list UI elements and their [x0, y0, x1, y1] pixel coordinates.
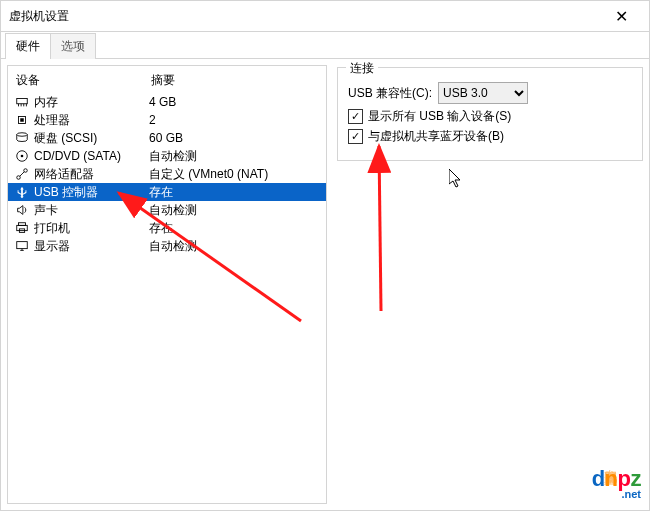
svg-point-7: [17, 133, 28, 137]
svg-rect-16: [17, 242, 28, 249]
share-bluetooth-label: 与虚拟机共享蓝牙设备(B): [368, 128, 504, 145]
svg-line-12: [20, 172, 24, 176]
cpu-icon: [14, 112, 30, 128]
device-row[interactable]: 硬盘 (SCSI)60 GB: [8, 129, 326, 147]
close-icon: ✕: [615, 7, 628, 26]
show-all-usb-label: 显示所有 USB 输入设备(S): [368, 108, 511, 125]
device-summary: 自动检测: [149, 202, 320, 219]
device-label: 打印机: [34, 220, 149, 237]
disk-icon: [14, 130, 30, 146]
device-label: 硬盘 (SCSI): [34, 130, 149, 147]
device-row[interactable]: 网络适配器自定义 (VMnet0 (NAT): [8, 165, 326, 183]
svg-rect-6: [20, 118, 24, 122]
device-summary: 自动检测: [149, 238, 320, 255]
tab-hardware[interactable]: 硬件: [5, 33, 51, 59]
device-summary: 2: [149, 113, 320, 127]
device-row[interactable]: 处理器2: [8, 111, 326, 129]
svg-point-9: [21, 155, 24, 158]
device-summary: 自定义 (VMnet0 (NAT): [149, 166, 320, 183]
device-summary: 自动检测: [149, 148, 320, 165]
device-list-panel: 设备 摘要 内存4 GB处理器2硬盘 (SCSI)60 GBCD/DVD (SA…: [7, 65, 327, 504]
titlebar: 虚拟机设置 ✕: [1, 1, 649, 32]
window-title: 虚拟机设置: [9, 8, 69, 25]
disc-icon: [14, 148, 30, 164]
tab-options[interactable]: 选项: [50, 33, 96, 59]
tabbar: 硬件 选项: [1, 32, 649, 59]
device-summary: 存在: [149, 220, 320, 237]
device-label: 声卡: [34, 202, 149, 219]
usb-compat-label: USB 兼容性(C):: [348, 85, 432, 102]
device-summary: 60 GB: [149, 131, 320, 145]
column-summary: 摘要: [151, 72, 318, 89]
device-summary: 4 GB: [149, 95, 320, 109]
content-area: 设备 摘要 内存4 GB处理器2硬盘 (SCSI)60 GBCD/DVD (SA…: [1, 59, 649, 510]
checkbox-checked-icon: ✓: [348, 129, 363, 144]
svg-rect-0: [17, 99, 28, 104]
device-row[interactable]: 显示器自动检测: [8, 237, 326, 255]
show-all-usb-checkbox[interactable]: ✓ 显示所有 USB 输入设备(S): [348, 108, 632, 125]
device-row[interactable]: CD/DVD (SATA)自动检测: [8, 147, 326, 165]
memory-icon: [14, 94, 30, 110]
share-bluetooth-checkbox[interactable]: ✓ 与虚拟机共享蓝牙设备(B): [348, 128, 632, 145]
device-label: 显示器: [34, 238, 149, 255]
device-label: 处理器: [34, 112, 149, 129]
svg-point-11: [24, 169, 28, 173]
close-button[interactable]: ✕: [601, 2, 641, 30]
device-label: 内存: [34, 94, 149, 111]
usb-compat-select[interactable]: USB 3.0: [438, 82, 528, 104]
network-icon: [14, 166, 30, 182]
tab-hardware-label: 硬件: [16, 39, 40, 53]
display-icon: [14, 238, 30, 254]
connection-group-title: 连接: [346, 60, 378, 77]
device-row[interactable]: 声卡自动检测: [8, 201, 326, 219]
device-label: 网络适配器: [34, 166, 149, 183]
sound-icon: [14, 202, 30, 218]
vm-settings-window: 虚拟机设置 ✕ 硬件 选项 设备 摘要 内存4 GB处理器2硬盘 (SCSI)6…: [0, 0, 650, 511]
settings-panel: 连接 USB 兼容性(C): USB 3.0 ✓ 显示所有 USB 输入设备(S…: [337, 65, 643, 504]
printer-icon: [14, 220, 30, 236]
device-row[interactable]: 打印机存在: [8, 219, 326, 237]
svg-rect-14: [17, 225, 28, 230]
usb-icon: [14, 184, 30, 200]
device-list-header: 设备 摘要: [8, 66, 326, 93]
usb-compat-row: USB 兼容性(C): USB 3.0: [348, 82, 632, 104]
column-device: 设备: [16, 72, 151, 89]
device-row[interactable]: 内存4 GB: [8, 93, 326, 111]
device-list: 内存4 GB处理器2硬盘 (SCSI)60 GBCD/DVD (SATA)自动检…: [8, 93, 326, 503]
svg-point-10: [17, 176, 21, 180]
connection-group: 连接 USB 兼容性(C): USB 3.0 ✓ 显示所有 USB 输入设备(S…: [337, 67, 643, 161]
checkbox-checked-icon: ✓: [348, 109, 363, 124]
device-row[interactable]: USB 控制器存在: [8, 183, 326, 201]
device-summary: 存在: [149, 184, 320, 201]
device-label: CD/DVD (SATA): [34, 149, 149, 163]
device-label: USB 控制器: [34, 184, 149, 201]
tab-options-label: 选项: [61, 39, 85, 53]
